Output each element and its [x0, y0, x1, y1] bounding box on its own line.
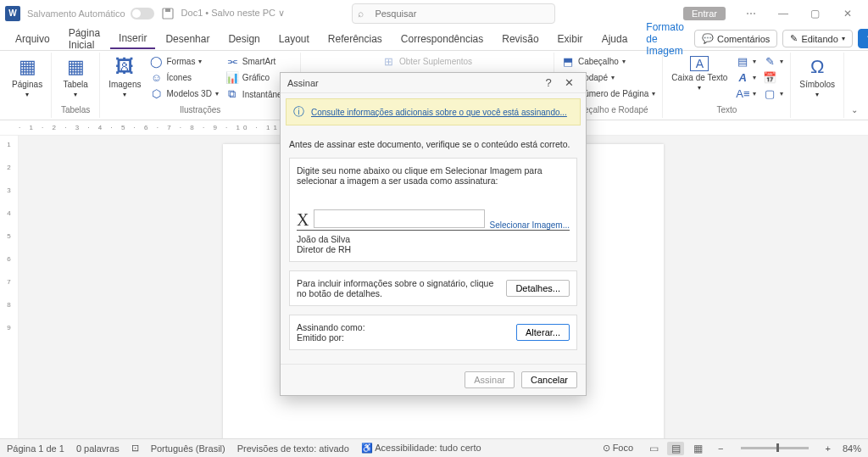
cabecalho-button[interactable]: ⬒Cabeçalho▾: [559, 54, 657, 69]
select-image-link[interactable]: Selecionar Imagem...: [490, 220, 570, 230]
change-button[interactable]: Alterar...: [516, 324, 570, 341]
maximize-icon[interactable]: ▢: [800, 2, 831, 25]
wordart-button[interactable]: A▾: [734, 70, 758, 85]
cancel-button[interactable]: Cancelar: [521, 371, 577, 388]
signature-panel: Digite seu nome abaixo ou clique em Sele…: [289, 158, 577, 262]
tab-exibir[interactable]: Exibir: [549, 30, 592, 48]
tab-revisao[interactable]: Revisão: [493, 30, 547, 48]
language-indicator[interactable]: Português (Brasil): [151, 443, 225, 454]
word-count[interactable]: 0 palavras: [76, 443, 120, 454]
date-icon: 📅: [763, 71, 776, 84]
group-label: Tabelas: [61, 105, 90, 116]
accessibility-status[interactable]: ♿ Acessibilidade: tudo certo: [361, 443, 481, 454]
signature-input[interactable]: [314, 209, 484, 228]
text-predictions[interactable]: Previsões de texto: ativado: [237, 443, 349, 454]
zoom-slider[interactable]: [741, 447, 809, 449]
svg-rect-1: [165, 8, 170, 12]
tab-layout[interactable]: Layout: [270, 30, 318, 48]
info-banner: ⓘ Consulte informações adicionais sobre …: [286, 98, 581, 125]
signer-title: Diretor de RH: [297, 244, 570, 254]
group-label: Texto: [716, 105, 737, 116]
smartart-button[interactable]: ⫘SmartArt: [224, 54, 295, 69]
tabela-button[interactable]: ▦Tabela▾: [57, 54, 94, 100]
sign-button[interactable]: Assinar: [465, 371, 515, 388]
title-bar: W Salvamento Automático Doc1 • Salvo nes…: [0, 0, 868, 27]
suplementos-button[interactable]: ⊞Obter Suplementos: [381, 54, 474, 69]
object-icon: ▢: [763, 87, 776, 100]
toggle-switch[interactable]: [131, 8, 154, 20]
addins-icon: ⊞: [382, 55, 396, 68]
print-layout-icon[interactable]: ▤: [667, 442, 684, 455]
zoom-out-icon[interactable]: −: [718, 443, 723, 454]
zoom-level[interactable]: 84%: [843, 443, 861, 454]
shapes-icon: ◯: [150, 55, 164, 68]
group-paginas: ▦Páginas▾: [3, 53, 52, 118]
formas-button[interactable]: ◯Formas▾: [148, 54, 220, 69]
comments-button[interactable]: 💬 Comentários: [694, 30, 777, 47]
tab-pagina-inicial[interactable]: Página Inicial: [60, 24, 108, 54]
modelos3d-button[interactable]: ⬡Modelos 3D▾: [148, 86, 220, 101]
imagens-button[interactable]: 🖼Imagens▾: [105, 54, 144, 100]
issued-by-label: Emitido por:: [297, 332, 509, 343]
group-texto: ACaixa de Texto▾ ▤▾ A▾ A≡▾ ✎▾ 📅 ▢▾ Texto: [663, 53, 791, 118]
close-icon[interactable]: ✕: [832, 2, 863, 25]
parts-icon: ▤: [736, 55, 749, 68]
group-ilustracoes: 🖼Imagens▾ ◯Formas▾ ☺Ícones ⬡Modelos 3D▾ …: [100, 53, 301, 118]
sigline-button[interactable]: ✎▾: [761, 54, 785, 69]
simbolos-button[interactable]: ΩSímbolos▾: [796, 54, 838, 100]
tab-design[interactable]: Design: [220, 30, 268, 48]
search-input[interactable]: [352, 3, 555, 24]
signing-as-panel: Assinando como: Emitido por: Alterar...: [289, 315, 577, 350]
signer-name: João da Silva: [297, 234, 570, 244]
minimize-icon[interactable]: —: [768, 2, 798, 25]
autosave-label: Salvamento Automático: [27, 8, 125, 19]
close-dialog-icon[interactable]: ✕: [559, 76, 579, 89]
document-name[interactable]: Doc1 • Salvo neste PC ∨: [181, 8, 286, 19]
autosave-toggle[interactable]: Salvamento Automático: [27, 8, 154, 20]
save-icon[interactable]: [161, 7, 175, 20]
tab-inserir[interactable]: Inserir: [110, 29, 155, 49]
spell-check-icon[interactable]: ⊡: [131, 443, 139, 454]
ribbon-display-icon[interactable]: ⋯: [736, 2, 766, 25]
paginas-button[interactable]: ▦Páginas▾: [8, 54, 46, 100]
icones-button[interactable]: ☺Ícones: [148, 70, 220, 85]
collapse-ribbon-icon[interactable]: ⌄: [844, 102, 865, 118]
tab-desenhar[interactable]: Desenhar: [157, 30, 218, 48]
read-mode-icon[interactable]: ▭: [645, 442, 662, 455]
word-app-icon: W: [5, 6, 20, 21]
quickparts-button[interactable]: ▤▾: [734, 54, 758, 69]
help-icon[interactable]: ?: [538, 76, 559, 89]
signing-as-label: Assinando como:: [297, 322, 509, 332]
focus-mode[interactable]: ⊙ Foco: [603, 443, 634, 454]
dropcap-button[interactable]: A≡▾: [734, 86, 758, 101]
icons-icon: ☺: [150, 71, 164, 84]
tab-referencias[interactable]: Referências: [320, 30, 391, 48]
tab-ajuda[interactable]: Ajuda: [593, 30, 637, 48]
tab-correspondencias[interactable]: Correspondências: [392, 30, 492, 48]
details-text: Para incluir informações sobre o signatá…: [297, 278, 499, 298]
datetime-button[interactable]: 📅: [761, 70, 785, 85]
screenshot-icon: ⧉: [225, 87, 239, 101]
web-layout-icon[interactable]: ▦: [689, 442, 706, 455]
share-button[interactable]: ⇪ ▾: [858, 29, 868, 48]
zoom-in-icon[interactable]: +: [826, 443, 831, 454]
details-button[interactable]: Detalhes...: [506, 280, 570, 297]
group-tabelas: ▦Tabela▾ Tabelas: [52, 53, 100, 118]
search-box[interactable]: ⌕: [352, 3, 555, 24]
object-button[interactable]: ▢▾: [761, 86, 785, 101]
signature-x: X: [297, 210, 309, 230]
page-indicator[interactable]: Página 1 de 1: [7, 443, 64, 454]
dialog-title-bar[interactable]: Assinar ? ✕: [281, 73, 586, 93]
dropcap-icon: A≡: [736, 87, 749, 100]
caixa-texto-button[interactable]: ACaixa de Texto▾: [668, 54, 731, 93]
info-link[interactable]: Consulte informações adicionais sobre o …: [311, 108, 567, 117]
header-icon: ⬒: [561, 55, 575, 68]
search-icon: ⌕: [358, 8, 364, 20]
editing-button[interactable]: ✎ Editando ▾: [782, 30, 852, 47]
instruction-text: Digite seu nome abaixo ou clique em Sele…: [297, 165, 570, 186]
group-simbolos: ΩSímbolos▾: [791, 53, 844, 118]
window-controls: Entrar ⋯ — ▢ ✕: [683, 2, 863, 25]
vertical-ruler[interactable]: 123456789: [0, 136, 19, 438]
sign-dialog: Assinar ? ✕ ⓘ Consulte informações adici…: [280, 72, 587, 396]
tab-arquivo[interactable]: Arquivo: [7, 30, 58, 48]
